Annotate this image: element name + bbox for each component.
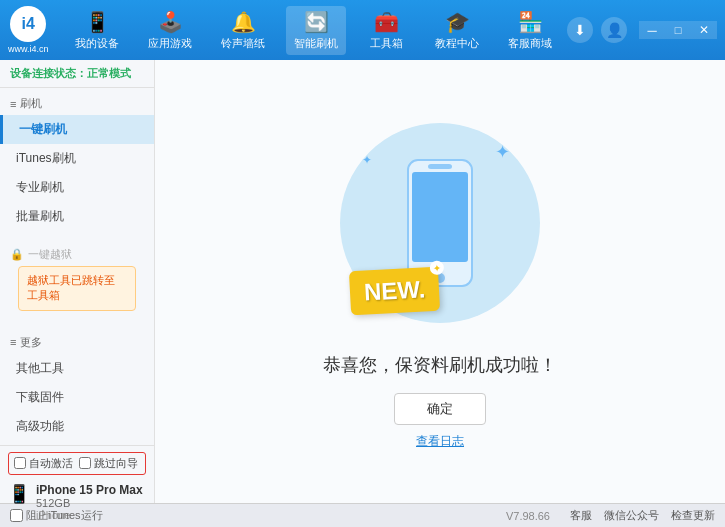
more-group-label: 更多 bbox=[20, 335, 42, 350]
main-layout: 设备连接状态：正常模式 ≡ 刷机 一键刷机 iTunes刷机 专业刷机 批量刷机 bbox=[0, 60, 725, 503]
nav-ringtone[interactable]: 🔔 铃声墙纸 bbox=[213, 6, 273, 55]
disabled-section: 🔒 一键越狱 越狱工具已跳转至工具箱 bbox=[0, 243, 154, 319]
nav-smart-flash[interactable]: 🔄 智能刷机 bbox=[286, 6, 346, 55]
success-illustration: ✦ ✦ NEW. ✦ bbox=[330, 113, 550, 333]
logo-subtitle: www.i4.cn bbox=[8, 44, 49, 54]
sidebar-item-batch-flash[interactable]: 批量刷机 bbox=[0, 202, 154, 231]
maximize-button[interactable]: □ bbox=[665, 21, 691, 39]
footer-link-update[interactable]: 检查更新 bbox=[671, 508, 715, 523]
stop-itunes-checkbox[interactable] bbox=[10, 509, 23, 522]
user-button[interactable]: 👤 bbox=[601, 17, 627, 43]
toolbox-label: 工具箱 bbox=[370, 36, 403, 51]
lock-icon: 🔒 bbox=[10, 248, 24, 261]
batch-flash-label: 批量刷机 bbox=[16, 209, 64, 223]
nav-apps-games[interactable]: 🕹️ 应用游戏 bbox=[140, 6, 200, 55]
flash-group-header: ≡ 刷机 bbox=[0, 92, 154, 115]
success-message: 恭喜您，保资料刷机成功啦！ bbox=[323, 353, 557, 377]
device-name: iPhone 15 Pro Max bbox=[36, 483, 143, 497]
flash-section: ≡ 刷机 一键刷机 iTunes刷机 专业刷机 批量刷机 bbox=[0, 88, 154, 235]
sidebar: 设备连接状态：正常模式 ≡ 刷机 一键刷机 iTunes刷机 专业刷机 批量刷机 bbox=[0, 60, 155, 503]
sidebar-item-other-tools[interactable]: 其他工具 bbox=[0, 354, 154, 383]
stop-itunes-checkbox-label[interactable]: 阻止iTunes运行 bbox=[10, 508, 103, 523]
sidebar-item-onekey-flash[interactable]: 一键刷机 bbox=[0, 115, 154, 144]
flash-group-label: 刷机 bbox=[20, 96, 42, 111]
disabled-label: 一键越狱 bbox=[28, 247, 72, 262]
device-storage: 512GB bbox=[36, 497, 143, 509]
skip-guide-checkbox-label[interactable]: 跳过向导 bbox=[79, 456, 138, 471]
skip-guide-label: 跳过向导 bbox=[94, 456, 138, 471]
footer-link-service[interactable]: 客服 bbox=[570, 508, 592, 523]
device-phone-icon: 📱 bbox=[8, 483, 30, 505]
onekey-flash-label: 一键刷机 bbox=[19, 122, 67, 136]
apps-label: 应用游戏 bbox=[148, 36, 192, 51]
footer-link-wechat[interactable]: 微信公众号 bbox=[604, 508, 659, 523]
nav-service[interactable]: 🏪 客服商域 bbox=[500, 6, 560, 55]
jailbreak-disabled: 🔒 一键越狱 bbox=[10, 247, 144, 262]
tutorial-icon: 🎓 bbox=[445, 10, 470, 34]
nav-my-device[interactable]: 📱 我的设备 bbox=[67, 6, 127, 55]
sparkle-2: ✦ bbox=[362, 153, 372, 167]
content-area: ✦ ✦ NEW. ✦ 恭喜您，保资料刷机成功啦！ 确定 查看日志 bbox=[155, 60, 725, 503]
auto-activate-label: 自动激活 bbox=[29, 456, 73, 471]
apps-icon: 🕹️ bbox=[158, 10, 183, 34]
new-badge-text: NEW. bbox=[363, 275, 426, 305]
notice-text: 越狱工具已跳转至工具箱 bbox=[27, 274, 115, 301]
sidebar-item-itunes-flash[interactable]: iTunes刷机 bbox=[0, 144, 154, 173]
smart-flash-icon: 🔄 bbox=[304, 10, 329, 34]
svg-rect-2 bbox=[428, 164, 452, 169]
stop-itunes-label: 阻止iTunes运行 bbox=[26, 508, 103, 523]
download-firmware-label: 下载固件 bbox=[16, 390, 64, 404]
other-tools-label: 其他工具 bbox=[16, 361, 64, 375]
header-right: ⬇ 👤 ─ □ ✕ bbox=[567, 17, 717, 43]
my-device-label: 我的设备 bbox=[75, 36, 119, 51]
main-nav: 📱 我的设备 🕹️ 应用游戏 🔔 铃声墙纸 🔄 智能刷机 🧰 工具箱 🎓 bbox=[61, 6, 567, 55]
more-section: ≡ 更多 其他工具 下载固件 高级功能 bbox=[0, 327, 154, 445]
device-status: 设备连接状态：正常模式 bbox=[0, 60, 154, 88]
smart-flash-label: 智能刷机 bbox=[294, 36, 338, 51]
footer-version: V7.98.66 bbox=[506, 510, 550, 522]
nav-tutorial[interactable]: 🎓 教程中心 bbox=[427, 6, 487, 55]
toolbox-icon: 🧰 bbox=[374, 10, 399, 34]
itunes-flash-label: iTunes刷机 bbox=[16, 151, 76, 165]
my-device-icon: 📱 bbox=[85, 10, 110, 34]
logo-i4: i4 bbox=[22, 15, 35, 33]
download-button[interactable]: ⬇ bbox=[567, 17, 593, 43]
close-button[interactable]: ✕ bbox=[691, 21, 717, 39]
tutorial-label: 教程中心 bbox=[435, 36, 479, 51]
more-group-icon: ≡ bbox=[10, 336, 16, 348]
app-logo: i4 www.i4.cn bbox=[8, 6, 49, 54]
nav-toolbox[interactable]: 🧰 工具箱 bbox=[359, 6, 414, 55]
pro-flash-label: 专业刷机 bbox=[16, 180, 64, 194]
footer-links: 客服 微信公众号 检查更新 bbox=[570, 508, 715, 523]
sparkle-1: ✦ bbox=[495, 141, 510, 163]
ringtone-icon: 🔔 bbox=[231, 10, 256, 34]
auto-row-highlight: 自动激活 跳过向导 bbox=[8, 452, 146, 475]
logo-circle: i4 bbox=[10, 6, 46, 42]
service-label: 客服商域 bbox=[508, 36, 552, 51]
advanced-label: 高级功能 bbox=[16, 419, 64, 433]
flash-group-icon: ≡ bbox=[10, 98, 16, 110]
sidebar-item-advanced[interactable]: 高级功能 bbox=[0, 412, 154, 441]
service-icon: 🏪 bbox=[518, 10, 543, 34]
more-group-header: ≡ 更多 bbox=[0, 331, 154, 354]
skip-guide-checkbox[interactable] bbox=[79, 457, 91, 469]
footer-left: 阻止iTunes运行 bbox=[10, 508, 103, 523]
confirm-button[interactable]: 确定 bbox=[394, 393, 486, 425]
sidebar-notice: 越狱工具已跳转至工具箱 bbox=[18, 266, 136, 311]
sidebar-item-download-firmware[interactable]: 下载固件 bbox=[0, 383, 154, 412]
svg-rect-1 bbox=[412, 172, 468, 262]
sidebar-item-pro-flash[interactable]: 专业刷机 bbox=[0, 173, 154, 202]
status-value: 正常模式 bbox=[87, 67, 131, 79]
auto-activate-checkbox-label[interactable]: 自动激活 bbox=[14, 456, 73, 471]
new-badge: NEW. ✦ bbox=[349, 267, 441, 316]
ringtone-label: 铃声墙纸 bbox=[221, 36, 265, 51]
minimize-button[interactable]: ─ bbox=[639, 21, 665, 39]
status-label: 设备连接状态： bbox=[10, 67, 87, 79]
auto-activate-checkbox[interactable] bbox=[14, 457, 26, 469]
view-log-link[interactable]: 查看日志 bbox=[416, 433, 464, 450]
app-header: i4 www.i4.cn 📱 我的设备 🕹️ 应用游戏 🔔 铃声墙纸 🔄 智能刷… bbox=[0, 0, 725, 60]
